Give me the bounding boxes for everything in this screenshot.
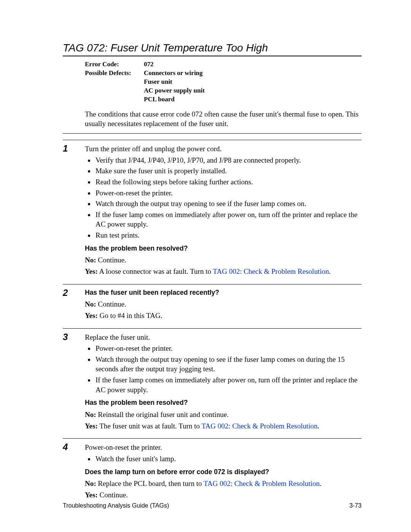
meta-defects-item: Fuser unit bbox=[144, 78, 362, 86]
answer-no: No: Continue. bbox=[85, 299, 362, 309]
answer-yes: Yes: Go to #4 in this TAG. bbox=[85, 311, 362, 321]
meta-defects-item: PCL board bbox=[144, 95, 362, 104]
answer-no-label: No: bbox=[85, 300, 96, 308]
meta-defects-label: Possible Defects: bbox=[85, 69, 144, 78]
step-bullets: Verify that J/P44, J/P40, J/P10, J/P70, … bbox=[85, 155, 362, 240]
step-number: 3 bbox=[63, 332, 85, 433]
answer-no-text: Continue. bbox=[96, 256, 126, 264]
meta-defects-list: Fuser unit AC power supply unit PCL boar… bbox=[144, 78, 362, 104]
step-bullets: Watch the fuser unit's lamp. bbox=[85, 454, 362, 464]
step-number: 2 bbox=[63, 288, 85, 322]
footer: Troubleshooting Analysis Guide (TAGs) 3-… bbox=[63, 502, 362, 509]
bullet: Make sure the fuser unit is properly ins… bbox=[95, 166, 362, 176]
answer-no-text: Reinstall the original fuser unit and co… bbox=[96, 411, 229, 419]
step-content: Has the fuser unit been replaced recentl… bbox=[85, 288, 362, 322]
answer-no-label: No: bbox=[85, 411, 96, 419]
meta-error-value: 072 bbox=[144, 60, 154, 69]
step-number: 4 bbox=[63, 443, 85, 501]
meta-error-label: Error Code: bbox=[85, 60, 144, 69]
answer-no-text: Continue. bbox=[96, 300, 126, 308]
answer-yes-text-a: A loose connector was at fault. Turn to bbox=[98, 267, 213, 275]
answer-no: No: Reinstall the original fuser unit an… bbox=[85, 410, 362, 420]
step-1: 1 Turn the printer off and unplug the po… bbox=[63, 140, 362, 278]
answer-no-text-a: Replace the PCL board, then turn to bbox=[96, 479, 204, 487]
answer-yes-text: Continue. bbox=[98, 491, 128, 499]
step-lead: Power-on-reset the printer. bbox=[85, 443, 362, 452]
step-content: Turn the printer off and unplug the powe… bbox=[85, 144, 362, 278]
step-2: 2 Has the fuser unit been replaced recen… bbox=[63, 284, 362, 322]
link-tag002[interactable]: TAG 002: Check & Problem Resolution bbox=[213, 267, 329, 275]
link-tag002[interactable]: TAG 002: Check & Problem Resolution bbox=[201, 422, 317, 430]
answer-no: No: Continue. bbox=[85, 255, 362, 265]
bullet: Power-on-reset the printer. bbox=[95, 188, 362, 198]
step-question: Has the problem been resolved? bbox=[85, 244, 362, 253]
bullet: If the fuser lamp comes on immediately a… bbox=[95, 210, 362, 229]
intro-text: The conditions that cause error code 072… bbox=[85, 109, 362, 129]
bullet: Watch the fuser unit's lamp. bbox=[95, 454, 362, 464]
page-title: TAG 072: Fuser Unit Temperature Too High bbox=[63, 42, 362, 56]
step-question: Has the problem been resolved? bbox=[85, 398, 362, 407]
bullet: Run test prints. bbox=[95, 230, 362, 240]
step-number: 1 bbox=[63, 144, 85, 278]
meta-defects-item: AC power supply unit bbox=[144, 86, 362, 95]
step-3: 3 Replace the fuser unit. Power-on-reset… bbox=[63, 328, 362, 433]
footer-left: Troubleshooting Analysis Guide (TAGs) bbox=[63, 502, 169, 509]
rule bbox=[63, 133, 362, 134]
bullet: Read the following steps before taking f… bbox=[95, 177, 362, 187]
answer-yes-text: Go to #4 in this TAG. bbox=[98, 312, 162, 320]
answer-yes-label: Yes: bbox=[85, 267, 98, 275]
answer-yes-text-b: . bbox=[329, 267, 331, 275]
step-lead: Replace the fuser unit. bbox=[85, 332, 362, 342]
step-question: Does the lamp turn on before error code … bbox=[85, 468, 362, 477]
step-4: 4 Power-on-reset the printer. Watch the … bbox=[63, 438, 362, 501]
meta-block: Error Code: 072 Possible Defects: Connec… bbox=[85, 60, 362, 104]
answer-yes-text-a: The fuser unit was at fault. Turn to bbox=[98, 422, 202, 430]
step-content: Replace the fuser unit. Power-on-reset t… bbox=[85, 332, 362, 433]
answer-no-label: No: bbox=[85, 479, 96, 487]
answer-yes-label: Yes: bbox=[85, 422, 98, 430]
answer-no-text-b: . bbox=[320, 479, 322, 487]
answer-yes-label: Yes: bbox=[85, 312, 98, 320]
step-lead: Turn the printer off and unplug the powe… bbox=[85, 144, 362, 154]
bullet: Verify that J/P44, J/P40, J/P10, J/P70, … bbox=[95, 155, 362, 165]
answer-yes-label: Yes: bbox=[85, 491, 98, 499]
step-question: Has the fuser unit been replaced recentl… bbox=[85, 288, 362, 297]
answer-no-label: No: bbox=[85, 256, 96, 264]
page: TAG 072: Fuser Unit Temperature Too High… bbox=[0, 0, 411, 532]
meta-defects-row: Possible Defects: Connectors or wiring bbox=[85, 69, 362, 78]
bullet: If the fuser lamp comes on immediately a… bbox=[95, 375, 362, 395]
answer-yes: Yes: The fuser unit was at fault. Turn t… bbox=[85, 421, 362, 431]
footer-right: 3-73 bbox=[349, 502, 362, 509]
answer-yes: Yes: Continue. bbox=[85, 490, 362, 500]
meta-error-row: Error Code: 072 bbox=[85, 60, 362, 69]
answer-yes-text-b: . bbox=[318, 422, 320, 430]
bullet: Watch through the output tray opening to… bbox=[95, 355, 362, 374]
bullet: Watch through the output tray opening to… bbox=[95, 199, 362, 209]
answer-yes: Yes: A loose connector was at fault. Tur… bbox=[85, 267, 362, 276]
step-content: Power-on-reset the printer. Watch the fu… bbox=[85, 443, 362, 501]
meta-defects-first: Connectors or wiring bbox=[144, 69, 203, 78]
bullet: Power-on-reset the printer. bbox=[95, 343, 362, 353]
answer-no: No: Replace the PCL board, then turn to … bbox=[85, 479, 362, 489]
step-bullets: Power-on-reset the printer. Watch throug… bbox=[85, 343, 362, 395]
link-tag002[interactable]: TAG 002: Check & Problem Resolution bbox=[204, 479, 320, 487]
